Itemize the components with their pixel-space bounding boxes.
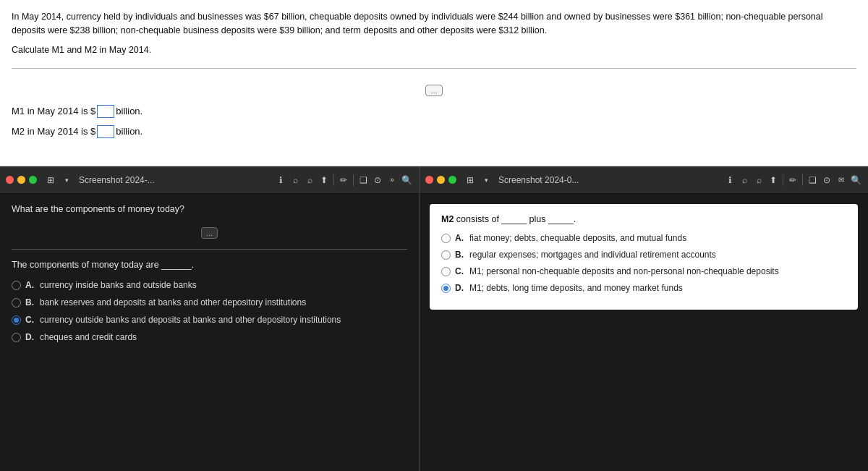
- m1-row: M1 in May 2014 is $ billion.: [12, 105, 856, 118]
- radio-1-right[interactable]: [441, 250, 451, 260]
- radio-3-right[interactable]: [441, 284, 451, 293]
- left-options: A.currency inside banks and outside bank…: [12, 280, 407, 342]
- left-toolbar-icons: ℹ ⌕ ⌕ ⬆ ✏ ❑ ⊙ » 🔍: [274, 174, 413, 187]
- card-option-text-3: M1; debts, long time deposits, and money…: [469, 283, 683, 293]
- minimize-button-left[interactable]: [17, 176, 25, 184]
- right-toolbar-icons: ℹ ⌕ ⌕ ⬆ ✏ ❑ ⊙ ✉ 🔍: [723, 174, 862, 187]
- sidebar-toggle-icon-left[interactable]: ⊞: [44, 174, 57, 187]
- left-blank-text: The components of money today are ______…: [12, 260, 407, 270]
- right-question-card: M2 consists of _____ plus _____. A.fiat …: [430, 204, 858, 310]
- left-option-d[interactable]: D.cheques and credit cards: [12, 332, 407, 342]
- m2-suffix: billion.: [116, 126, 142, 137]
- card-option-label-1: B.: [455, 250, 464, 260]
- left-panel: ⊞ ▾ Screenshot 2024-... ℹ ⌕ ⌕ ⬆ ✏ ❑ ⊙ » …: [0, 166, 420, 471]
- divider: [12, 68, 856, 69]
- circle-icon-left[interactable]: ⊙: [371, 174, 384, 187]
- close-button-left[interactable]: [6, 176, 14, 184]
- m2-row: M2 in May 2014 is $ billion.: [12, 125, 856, 138]
- option-text-0-left: currency inside banks and outside banks: [40, 280, 197, 290]
- copy-icon-right[interactable]: ❑: [806, 174, 819, 187]
- right-option-d[interactable]: D.M1; debts, long time deposits, and mon…: [441, 283, 846, 293]
- card-option-label-3: D.: [455, 283, 464, 293]
- share-icon-right[interactable]: ⬆: [767, 174, 780, 187]
- left-option-b[interactable]: B.bank reserves and deposits at banks an…: [12, 297, 407, 307]
- option-text-2-left: currency outside banks and deposits at b…: [40, 315, 341, 325]
- right-panel: ⊞ ▾ Screenshot 2024-0... ℹ ⌕ ⌕ ⬆ ✏ ❑ ⊙ ✉…: [420, 166, 868, 471]
- left-ellipsis-button[interactable]: ...: [201, 227, 218, 239]
- right-window-title: Screenshot 2024-0...: [495, 175, 720, 185]
- right-option-a[interactable]: A.fiat money; debts, chequable deposits,…: [441, 233, 846, 243]
- calculate-text: Calculate M1 and M2 in May 2014.: [12, 45, 856, 55]
- m2-input[interactable]: [97, 125, 114, 138]
- radio-2-left[interactable]: [12, 315, 21, 325]
- card-question-rest: consists of _____ plus _____.: [454, 214, 576, 224]
- sidebar-toggle-icon-right[interactable]: ⊞: [464, 174, 477, 187]
- right-options: A.fiat money; debts, chequable deposits,…: [441, 233, 846, 293]
- left-toolbar: ⊞ ▾ Screenshot 2024-... ℹ ⌕ ⌕ ⬆ ✏ ❑ ⊙ » …: [0, 166, 419, 194]
- sep2-right: [802, 174, 803, 186]
- left-question: What are the components of money today?: [12, 204, 407, 214]
- info-icon-left[interactable]: ℹ: [274, 174, 287, 187]
- card-option-text-1: regular expenses; mortgages and individu…: [469, 250, 716, 260]
- maximize-button-left[interactable]: [29, 176, 37, 184]
- left-panel-content: What are the components of money today? …: [0, 194, 419, 471]
- panels-container: ⊞ ▾ Screenshot 2024-... ℹ ⌕ ⌕ ⬆ ✏ ❑ ⊙ » …: [0, 166, 868, 471]
- m1-label: M1 in May 2014 is $: [12, 106, 95, 116]
- option-label-1-left: B.: [25, 297, 34, 307]
- chevron-down-icon-left[interactable]: ▾: [60, 174, 73, 187]
- right-toolbar: ⊞ ▾ Screenshot 2024-0... ℹ ⌕ ⌕ ⬆ ✏ ❑ ⊙ ✉…: [420, 166, 868, 194]
- chevron-right-icon-left[interactable]: »: [386, 174, 399, 187]
- card-option-text-0: fiat money; debts, chequable deposits, a…: [469, 233, 686, 243]
- m1-input[interactable]: [97, 105, 114, 118]
- chevron-down-icon-right[interactable]: ▾: [480, 174, 493, 187]
- sep1-right: [783, 174, 783, 186]
- card-m2-bold: M2: [441, 214, 454, 224]
- info-icon-right[interactable]: ℹ: [723, 174, 736, 187]
- search2-icon-right[interactable]: ⌕: [752, 174, 765, 187]
- left-divider: [12, 249, 407, 250]
- pencil-icon-left[interactable]: ✏: [337, 174, 350, 187]
- radio-0-right[interactable]: [441, 234, 451, 243]
- card-option-label-0: A.: [455, 233, 464, 243]
- card-question: M2 consists of _____ plus _____.: [441, 214, 846, 224]
- radio-3-left[interactable]: [12, 333, 21, 342]
- card-option-label-2: C.: [455, 266, 464, 276]
- magnify-icon-left[interactable]: 🔍: [400, 174, 413, 187]
- minimize-button-right[interactable]: [437, 176, 445, 184]
- search2-icon-left[interactable]: ⌕: [303, 174, 316, 187]
- option-text-3-left: cheques and credit cards: [40, 332, 137, 342]
- option-label-3-left: D.: [25, 332, 34, 342]
- left-option-c[interactable]: C.currency outside banks and deposits at…: [12, 315, 407, 325]
- maximize-button-right[interactable]: [448, 176, 456, 184]
- left-option-a[interactable]: A.currency inside banks and outside bank…: [12, 280, 407, 290]
- traffic-lights-left: [6, 176, 37, 184]
- magnify-icon-right[interactable]: 🔍: [849, 174, 862, 187]
- radio-1-left[interactable]: [12, 298, 21, 307]
- card-option-text-2: M1; personal non-chequable deposits and …: [469, 266, 779, 276]
- close-button-right[interactable]: [425, 176, 433, 184]
- sep1-left: [333, 174, 334, 186]
- copy-icon-left[interactable]: ❑: [357, 174, 370, 187]
- m1-suffix: billion.: [116, 106, 142, 116]
- share-icon-left[interactable]: ⬆: [318, 174, 331, 187]
- search-icon-left[interactable]: ⌕: [289, 174, 302, 187]
- top-section: In May 2014, currency held by individual…: [0, 0, 868, 166]
- dark-section: ⊞ ▾ Screenshot 2024-... ℹ ⌕ ⌕ ⬆ ✏ ❑ ⊙ » …: [0, 166, 868, 471]
- left-window-title: Screenshot 2024-...: [76, 175, 271, 185]
- circle-icon-right[interactable]: ⊙: [820, 174, 833, 187]
- pencil-icon-right[interactable]: ✏: [786, 174, 799, 187]
- radio-2-right[interactable]: [441, 267, 451, 276]
- radio-0-left[interactable]: [12, 281, 21, 290]
- m2-label: M2 in May 2014 is $: [12, 126, 95, 137]
- right-option-c[interactable]: C.M1; personal non-chequable deposits an…: [441, 266, 846, 276]
- search-icon-right[interactable]: ⌕: [738, 174, 751, 187]
- problem-text: In May 2014, currency held by individual…: [12, 10, 856, 38]
- ellipsis-button[interactable]: ...: [425, 85, 442, 96]
- sep2-left: [353, 174, 354, 186]
- mail-icon-right[interactable]: ✉: [835, 174, 848, 187]
- traffic-lights-right: [425, 176, 456, 184]
- right-option-b[interactable]: B.regular expenses; mortgages and indivi…: [441, 250, 846, 260]
- option-label-0-left: A.: [25, 280, 34, 290]
- option-label-2-left: C.: [25, 315, 34, 325]
- option-text-1-left: bank reserves and deposits at banks and …: [40, 297, 306, 307]
